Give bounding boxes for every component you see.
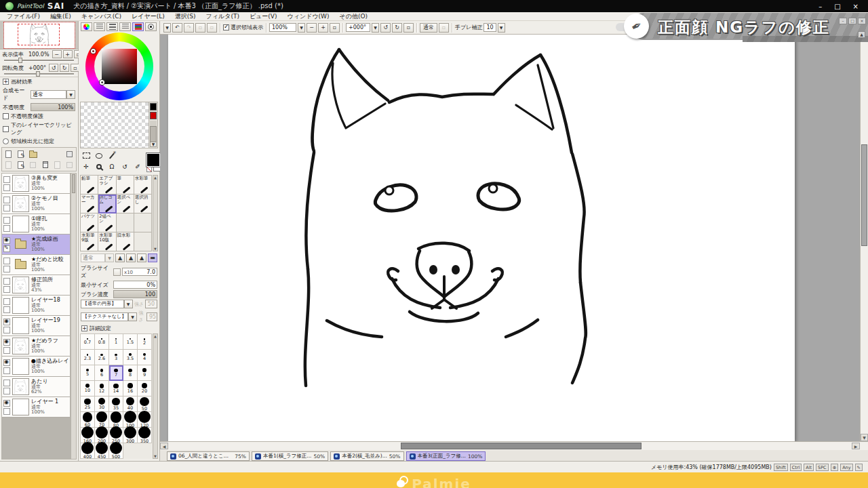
size-cell[interactable]: 2.3 [81, 350, 95, 365]
overlay-maximize-button[interactable]: □ [848, 18, 856, 24]
show-selection-checkbox[interactable] [223, 24, 229, 30]
size-cell[interactable]: 80 [109, 412, 123, 428]
swatch-tab[interactable] [145, 22, 157, 31]
brush-shape-1[interactable]: ▲ [115, 253, 125, 262]
size-cell[interactable]: 7 [109, 365, 123, 381]
overlay-minimize-button[interactable]: – [839, 18, 847, 24]
rotate-cw-button[interactable]: ↻ [60, 64, 69, 72]
overlay-close-button[interactable]: × [858, 18, 866, 24]
menu-item[interactable]: キャンバス(C) [81, 12, 121, 21]
zoom-tool[interactable] [94, 162, 104, 171]
layer-option-toggle[interactable] [3, 286, 10, 293]
color-wheel-tab[interactable] [81, 22, 92, 31]
layer-row[interactable]: レイヤー18 通常 100% [2, 296, 70, 316]
canvas-zoom-dropdown[interactable]: ▼ [298, 23, 305, 33]
layer-option-toggle[interactable] [3, 245, 10, 252]
brush-cell[interactable]: 鉛筆 [81, 176, 98, 195]
menu-item[interactable]: ウィンドウ(W) [288, 12, 330, 21]
size-cell[interactable]: 10 [81, 381, 95, 396]
menu-item[interactable]: その他(O) [340, 12, 368, 21]
size-cell[interactable]: 5 [81, 365, 95, 381]
brush-edge-select[interactable]: 【通常の円形】 [81, 300, 124, 308]
undo-button[interactable]: ↶ [172, 23, 182, 33]
mask-button[interactable] [64, 149, 75, 159]
canvas-rotate-cw[interactable]: ↻ [392, 23, 402, 33]
rect-select-tool[interactable] [81, 151, 92, 160]
copy-layer-button[interactable] [52, 160, 62, 169]
scratchpad-scrollbar[interactable] [150, 121, 157, 140]
brush-mode-select[interactable]: 通常 [81, 253, 105, 262]
brush-cell[interactable]: 選択消し [134, 195, 152, 214]
horizontal-scrollbar[interactable]: ◀ ▶ [160, 441, 868, 450]
document-tab[interactable]: 本番1(横_ラフ修正... 50% [252, 451, 328, 461]
new-layer-button[interactable] [3, 149, 14, 159]
size-cell[interactable]: 40 [123, 396, 138, 412]
size-cell[interactable]: 70 [95, 412, 109, 428]
layer-thumbnail[interactable] [12, 175, 29, 192]
canvas-angle-dropdown[interactable]: ▼ [372, 23, 379, 33]
size-cell[interactable]: 400 [81, 443, 95, 459]
flip-view-button[interactable]: ▫ [439, 23, 449, 33]
document-tab[interactable]: 本番2(横_毛並み)... 50% [330, 451, 403, 461]
menu-item[interactable]: フィルタ(T) [206, 12, 239, 21]
brush-cell[interactable]: 消しゴム [98, 195, 116, 214]
layer-visibility-toggle[interactable] [3, 278, 10, 285]
size-cell[interactable]: 30 [95, 396, 109, 412]
brush-cell[interactable]: 2値ペン [98, 214, 116, 232]
brush-cell[interactable]: 水彩筆 [134, 176, 152, 195]
size-cell[interactable]: 20 [138, 381, 152, 396]
document-tab[interactable]: 06_人間と違うとこ同... 75% [167, 451, 250, 461]
size-cell[interactable]: 35 [109, 396, 123, 412]
size-cell[interactable]: 450 [95, 443, 109, 459]
hue-bar-tab[interactable] [94, 22, 105, 31]
scroll-left-arrow[interactable]: ◀ [160, 443, 168, 449]
layer-thumbnail[interactable] [12, 338, 29, 354]
brush-texture-dropdown-icon[interactable]: ▼ [128, 312, 137, 321]
brush-mode-dropdown-icon[interactable]: ▼ [105, 253, 114, 262]
size-cell[interactable]: 16 [123, 381, 138, 396]
sv-marker[interactable] [100, 80, 104, 85]
layer-option-toggle[interactable] [3, 266, 10, 272]
move-tool[interactable]: ✛ [81, 162, 92, 171]
brush-texture-select[interactable]: 【テクスチャなし】 [81, 312, 128, 321]
brush-cell[interactable]: エアブラシ [98, 176, 116, 195]
layer-visibility-toggle[interactable] [3, 319, 10, 325]
layer-option-toggle[interactable] [3, 184, 10, 191]
zoom-slider[interactable] [4, 60, 74, 61]
size-cell[interactable]: 0.8 [95, 334, 109, 350]
layer-row[interactable]: ★だめラフ 通常 100% [2, 336, 70, 357]
layer-option-toggle[interactable] [3, 205, 10, 211]
selection-source-radio[interactable] [3, 138, 9, 144]
size-cell[interactable]: 60 [81, 412, 95, 428]
brush-cell[interactable]: 選択ペン [117, 195, 134, 214]
size-cell[interactable]: 3.5 [123, 350, 138, 365]
layer-thumbnail[interactable] [12, 277, 29, 293]
layer-thumbnail[interactable] [12, 256, 29, 273]
canvas-zoom-reset[interactable]: ▫ [330, 23, 340, 33]
new-folder-button[interactable] [28, 149, 38, 159]
layer-visibility-toggle[interactable] [3, 400, 10, 407]
brush-cell[interactable]: 旧水彩 [117, 232, 134, 251]
vertical-scrollbar[interactable]: ▲ ▼ [860, 35, 868, 441]
layer-row[interactable]: ①瞳孔 通常 100% [2, 214, 70, 235]
rotate-reset-tool[interactable]: ↺ [119, 162, 130, 171]
layer-visibility-toggle[interactable] [3, 197, 10, 203]
layer-option-toggle[interactable] [3, 306, 10, 313]
canvas-zoom-in[interactable]: + [318, 23, 328, 33]
layer-row[interactable]: レイヤー19 通常 100% [2, 316, 70, 336]
lasso-tool[interactable] [94, 151, 104, 160]
canvas-angle-value[interactable]: +000° [346, 23, 370, 32]
advanced-settings-expand-icon[interactable]: + [81, 325, 87, 331]
layer-thumbnail[interactable] [12, 317, 29, 334]
layer-row[interactable]: レイヤー 1 通常 100% [2, 397, 70, 418]
layer-list-scrollbar[interactable] [71, 174, 76, 459]
layer-thumbnail[interactable] [12, 236, 29, 253]
blend-mode-select[interactable]: 通常 [31, 90, 66, 99]
brush-edge-dropdown-icon[interactable]: ▼ [124, 300, 133, 308]
canvas-rotate-ccw[interactable]: ↺ [380, 23, 391, 33]
menu-item[interactable]: ファイル(F) [7, 12, 40, 21]
hsv-slider-tab[interactable] [119, 22, 131, 31]
layer-visibility-toggle[interactable] [3, 298, 10, 305]
layer-row[interactable]: ●描き込みレイ... 通常 100% [2, 357, 70, 377]
rotate-ccw-button[interactable]: ↺ [49, 64, 58, 72]
